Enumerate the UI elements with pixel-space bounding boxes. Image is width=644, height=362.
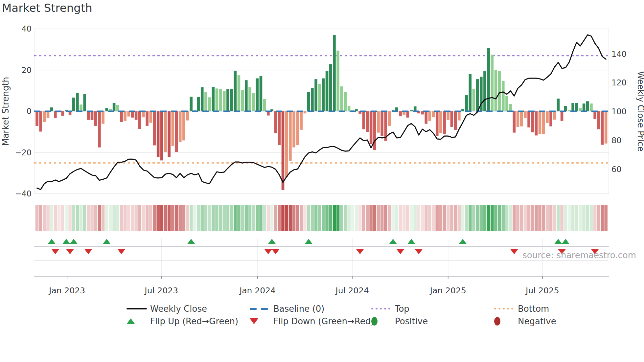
heat-strip-cell [575, 205, 578, 231]
strength-bar [39, 111, 42, 131]
heat-strip-cell [333, 205, 336, 231]
strength-bar [160, 111, 163, 160]
strength-bar [307, 92, 310, 111]
strength-bar [553, 111, 556, 120]
heat-strip-cell [116, 205, 119, 231]
heat-strip-cell [252, 205, 255, 231]
heat-strip-cell [380, 205, 384, 231]
strength-bar [520, 111, 523, 126]
strength-bar [601, 111, 604, 145]
strength-bar [179, 111, 182, 142]
strength-bar [509, 104, 512, 111]
heat-strip-cell [439, 205, 443, 231]
strength-bar [340, 86, 343, 111]
heat-strip-cell [491, 205, 494, 231]
heat-strip-cell [124, 205, 127, 231]
weekly-close-line-icon [126, 308, 150, 309]
heat-strip-cell [72, 205, 75, 231]
heat-strip-cell [579, 205, 582, 231]
strength-bar [539, 111, 541, 134]
strength-bar [296, 111, 299, 145]
strength-bar [292, 111, 295, 147]
heat-strip-cell [457, 205, 461, 231]
heat-strip-cell [410, 205, 413, 231]
heat-strip-cell [120, 205, 123, 231]
flip-down-marker [264, 249, 272, 254]
flip-down-marker [510, 249, 518, 254]
strength-bar [47, 111, 50, 118]
strength-bar [219, 89, 222, 111]
y-axis-right-tick-label: 60 [611, 165, 622, 174]
strength-bar [373, 111, 376, 150]
strength-bar [494, 70, 497, 112]
heat-strip-cell [454, 205, 457, 231]
strength-bar [454, 111, 457, 130]
strength-bar [282, 111, 285, 190]
strength-bar [583, 103, 586, 111]
heat-strip-cell [546, 205, 549, 231]
heat-strip-cell [601, 205, 604, 231]
flip-up-marker [62, 239, 70, 244]
strength-bar [461, 109, 464, 111]
heat-strip-cell [582, 205, 586, 231]
heat-strip-cell [87, 205, 90, 231]
heat-strip-cell [447, 205, 450, 231]
legend-label: Baseline (0) [273, 304, 324, 314]
heat-strip-cell [105, 205, 108, 231]
heat-strip-cell [65, 205, 68, 231]
heat-strip-cell [54, 205, 57, 231]
strength-bar [329, 64, 332, 111]
flip-up-marker [554, 239, 562, 244]
heat-strip-cell [90, 205, 94, 231]
strength-bar [491, 55, 494, 111]
strength-bar [172, 111, 174, 146]
heat-strip-cell [377, 205, 380, 231]
heat-strip-cell [505, 205, 509, 231]
heat-strip-cell [527, 205, 531, 231]
y-axis-right-title: Weekly Close Price [636, 71, 644, 152]
strength-bar [278, 111, 281, 145]
strength-bar [605, 111, 608, 144]
heat-strip-cell [131, 205, 134, 231]
legend-label: Weekly Close [150, 304, 207, 314]
strength-bar [593, 111, 596, 119]
heat-strip-cell [160, 205, 164, 231]
strength-bar [472, 89, 475, 111]
strength-bar [311, 88, 314, 111]
heat-strip-cell [259, 205, 263, 231]
heat-strip-cell [476, 205, 479, 231]
strength-bar [333, 35, 336, 111]
heat-strip-cell [402, 205, 406, 231]
strength-bar [362, 111, 365, 129]
strength-bar [336, 51, 339, 111]
flip-down-marker [51, 249, 59, 254]
heat-strip-cell [35, 205, 39, 231]
strength-bar [238, 75, 241, 111]
strength-bar [120, 111, 123, 122]
heat-strip-cell [553, 205, 556, 231]
heat-strip-cell [80, 205, 83, 231]
strength-bar [322, 79, 325, 111]
strength-bar [476, 79, 479, 111]
flip-down-marker [272, 249, 280, 254]
strength-bar [54, 111, 57, 118]
heat-strip-cell [263, 205, 266, 231]
flip-up-marker [103, 239, 111, 244]
heat-strip-cell [248, 205, 252, 231]
strength-bar [182, 111, 185, 140]
heat-strip-cell [406, 205, 409, 231]
flip-down-marker [356, 249, 364, 254]
heat-strip-cell [285, 205, 288, 231]
heat-strip-cell [369, 205, 373, 231]
flip-down-marker [397, 249, 404, 254]
strength-bar [380, 111, 383, 136]
market-strength-dashboard: Market Strength 40200−20−401401201008060… [0, 0, 644, 362]
heat-strip-cell [472, 205, 475, 231]
heat-strip-cell [134, 205, 138, 231]
strength-bar [304, 111, 307, 113]
heat-strip-cell [215, 205, 218, 231]
heat-strip-cell [226, 205, 230, 231]
bottom-dotted-icon [494, 308, 518, 309]
strength-bar [35, 111, 38, 126]
heat-strip-cell [465, 205, 468, 231]
